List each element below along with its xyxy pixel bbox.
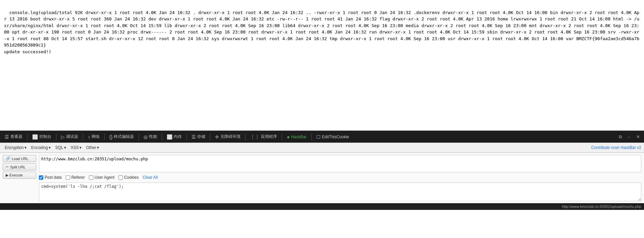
a11y-icon: ✛ <box>215 134 219 140</box>
xss-arrow: ▾ <box>79 145 82 150</box>
editcookie-icon: ☐ <box>316 134 321 140</box>
clear-all-link[interactable]: Clear All <box>143 175 158 180</box>
devtools-sep-6 <box>162 134 162 140</box>
execute-label: ▶ Execute <box>6 173 23 177</box>
sql-menu[interactable]: SQL ▾ <box>53 145 68 151</box>
hackbar-action-buttons: 🔗 Load URL ✂ Split URL ▶ Execute <box>3 155 36 201</box>
style-icon: {} <box>109 134 112 140</box>
detach-button[interactable]: ⧉ <box>618 134 623 140</box>
apps-label: 应用程序 <box>261 134 277 140</box>
devtools-item-storage[interactable]: ☰ 存储 <box>190 133 207 140</box>
devtools-sep-3 <box>83 134 83 140</box>
encryption-menu[interactable]: Encryption ▾ <box>3 145 29 151</box>
hackbar-panel: 🔗 Load URL ✂ Split URL ▶ Execute Post da… <box>0 153 644 203</box>
other-label: Other <box>86 145 96 150</box>
memory-icon: ⬜ <box>167 134 172 140</box>
devtools-sep-1 <box>27 134 28 140</box>
devtools-item-a11y[interactable]: ✛ 无障碍环境 <box>213 133 243 140</box>
other-menu[interactable]: Other ▾ <box>84 145 101 151</box>
close-devtools-button[interactable]: ✕ <box>635 134 641 140</box>
devtools-sep-7 <box>186 134 187 140</box>
user-agent-checkbox-label[interactable]: User Agent <box>89 175 114 180</box>
devtools-sep-5 <box>139 134 139 140</box>
encoding-arrow: ▾ <box>49 145 51 150</box>
viewer-icon: ☰ <box>5 134 9 140</box>
referer-label: Referer <box>71 175 85 180</box>
devtools-item-hackbar[interactable]: ● HackBar <box>285 134 308 140</box>
encryption-label: Encryption <box>5 145 24 150</box>
encryption-arrow: ▾ <box>24 145 26 150</box>
more-button[interactable]: ··· <box>626 134 632 140</box>
cookies-label: Cookies <box>124 175 139 180</box>
a11y-label: 无障碍环境 <box>220 134 240 140</box>
network-icon: ↕ <box>88 134 90 140</box>
url-input[interactable] <box>39 155 641 172</box>
hackbar-toolbar: Encryption ▾ Encoding ▾ SQL ▾ XSS ▾ Othe… <box>0 143 644 153</box>
encoding-label: Encoding <box>31 145 48 150</box>
devtools-item-debugger[interactable]: ▷ 调试器 <box>59 133 80 140</box>
cookies-checkbox[interactable] <box>118 175 123 180</box>
perf-icon: ◎ <box>144 134 148 140</box>
network-label: 网络 <box>92 134 100 140</box>
devtools-item-console[interactable]: ⬜ 控制台 <box>30 133 53 140</box>
console-text: console.log(upload/total 92K drwxr-xr-x … <box>4 10 639 54</box>
split-url-button[interactable]: ✂ Split URL <box>3 163 36 170</box>
style-label: 样式编辑器 <box>114 134 134 140</box>
editcookie-label: EditThisCookie <box>322 135 349 139</box>
console-icon: ⬜ <box>32 134 38 140</box>
user-agent-checkbox[interactable] <box>89 175 93 180</box>
viewer-label: 查看器 <box>10 134 22 140</box>
devtools-right-buttons: ⧉ ··· ✕ <box>618 134 641 140</box>
console-output: console.log(upload/total 92K drwxr-xr-x … <box>0 0 644 131</box>
devtools-sep-8 <box>210 134 210 140</box>
contribute-link[interactable]: Contribute now! HackBar v2 <box>591 145 641 150</box>
debugger-icon: ▷ <box>61 134 65 140</box>
debugger-label: 调试器 <box>66 134 78 140</box>
status-bar: http://www.bmzclub.cn:20351/upload/mochu… <box>0 203 644 210</box>
devtools-item-style[interactable]: {} 样式编辑器 <box>107 133 136 140</box>
split-url-icon: ✂ <box>6 165 9 169</box>
other-arrow: ▾ <box>97 145 99 150</box>
hackbar-url-area: Post data Referer User Agent Cookies Cle… <box>39 155 641 201</box>
devtools-sep-10 <box>282 134 282 140</box>
devtools-item-editcookie[interactable]: ☐ EditThisCookie <box>314 134 351 140</box>
post-data-checkbox-label[interactable]: Post data <box>39 175 62 180</box>
post-data-checkbox[interactable] <box>39 175 43 180</box>
sql-arrow: ▾ <box>64 145 66 150</box>
devtools-sep-9 <box>245 134 246 140</box>
xss-menu[interactable]: XSS ▾ <box>69 145 84 151</box>
devtools-item-apps[interactable]: ⋮⋮ 应用程序 <box>248 133 279 140</box>
post-data-row: Post data Referer User Agent Cookies Cle… <box>39 174 641 181</box>
hackbar-devtools-label: HackBar <box>291 135 307 139</box>
devtools-bar: ☰ 查看器 ⬜ 控制台 ▷ 调试器 ↕ 网络 {} 样式编辑器 ◎ 性能 ⬜ 内… <box>0 131 644 143</box>
referer-checkbox[interactable] <box>66 175 70 180</box>
load-url-icon: 🔗 <box>6 156 10 161</box>
split-url-label: Split URL <box>10 165 25 169</box>
devtools-item-network[interactable]: ↕ 网络 <box>86 133 102 140</box>
cookies-checkbox-label[interactable]: Cookies <box>118 175 139 180</box>
devtools-item-perf[interactable]: ◎ 性能 <box>142 133 159 140</box>
xss-label: XSS <box>71 145 79 150</box>
referer-checkbox-label[interactable]: Referer <box>66 175 85 180</box>
sql-label: SQL <box>55 145 63 150</box>
hackbar-devtools-icon: ● <box>287 134 289 140</box>
perf-label: 性能 <box>149 134 157 140</box>
devtools-sep-4 <box>104 134 105 140</box>
storage-icon: ☰ <box>192 134 196 140</box>
devtools-sep-2 <box>56 134 56 140</box>
encoding-menu[interactable]: Encoding ▾ <box>29 145 53 151</box>
apps-icon: ⋮⋮ <box>250 134 260 140</box>
load-url-button[interactable]: 🔗 Load URL <box>3 155 36 162</box>
status-url: http://www.bmzclub.cn:20351/upload/mochu… <box>562 205 641 209</box>
execute-button[interactable]: ▶ Execute <box>3 172 36 179</box>
load-url-label: Load URL <box>12 157 29 161</box>
post-data-label: Post data <box>45 175 62 180</box>
storage-label: 存储 <box>197 134 205 140</box>
devtools-item-viewer[interactable]: ☰ 查看器 <box>3 133 24 140</box>
console-label: 控制台 <box>39 134 51 140</box>
post-data-input[interactable] <box>39 182 641 201</box>
user-agent-label: User Agent <box>95 175 114 180</box>
memory-label: 内存 <box>174 134 182 140</box>
devtools-sep-11 <box>311 134 312 140</box>
devtools-item-memory[interactable]: ⬜ 内存 <box>165 133 184 140</box>
